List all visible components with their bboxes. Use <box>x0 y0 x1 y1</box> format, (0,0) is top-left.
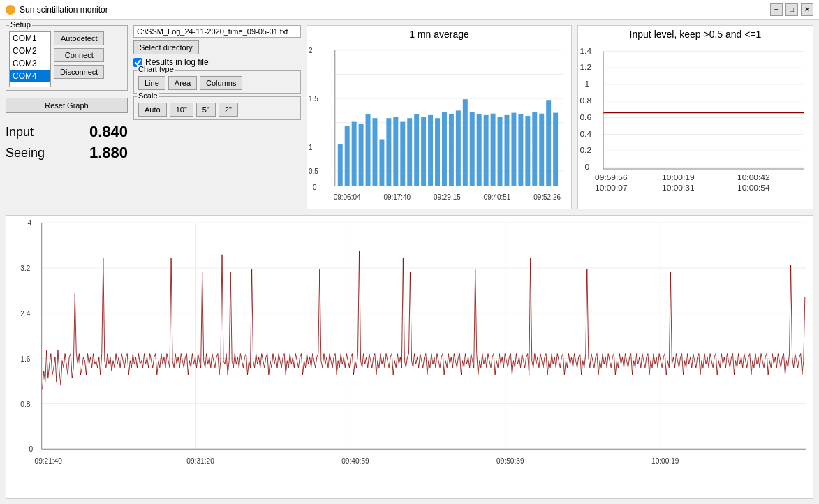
input-x6: 10:00:54 <box>737 184 770 192</box>
bar-25 <box>505 115 510 186</box>
scale-5-button[interactable]: 5" <box>196 103 216 117</box>
chart-area-button[interactable]: Area <box>168 76 197 90</box>
main-chart-svg: 4 3.2 2.4 1.6 0.8 0 09:21:40 09:31:20 09… <box>6 216 813 498</box>
input-label: Input <box>6 125 34 140</box>
scale-auto-button[interactable]: Auto <box>138 103 167 117</box>
main-signal <box>43 251 805 390</box>
window-title: Sun scintillation monitor <box>20 5 108 15</box>
avg-x2: 09:17:40 <box>383 193 411 201</box>
port-com1[interactable]: COM1 <box>10 32 50 45</box>
main-y2: 0.8 <box>20 401 30 408</box>
avg-y0: 0 <box>313 184 317 191</box>
avg-x1: 09:06:04 <box>334 193 361 201</box>
reset-graph-button[interactable]: Reset Graph <box>6 98 128 113</box>
avg-y1: 0.5 <box>309 168 318 175</box>
input-seeing-panel: Input 0.840 Seeing 1.880 <box>6 123 128 162</box>
chart-type-group: Chart type Line Area Columns <box>133 70 301 94</box>
bar-4 <box>359 124 364 186</box>
seeing-label: Seeing <box>6 146 45 161</box>
main-y4: 2.4 <box>20 310 30 318</box>
bar-28 <box>525 116 530 186</box>
main-x4: 09:50:39 <box>496 457 524 465</box>
bar-8 <box>386 118 391 186</box>
seeing-value: 1.880 <box>89 144 128 162</box>
bar-16 <box>442 112 447 186</box>
avg-x4: 09:40:51 <box>484 193 511 201</box>
main-y5: 3.2 <box>20 265 30 272</box>
input-y1: 0 <box>585 163 590 171</box>
bar-13 <box>421 117 426 186</box>
bar-30 <box>539 114 544 186</box>
main-x3: 09:40:59 <box>341 457 369 465</box>
bar-15 <box>435 118 440 186</box>
file-path: C:\SSM_Log_24-11-2020_time_09-05-01.txt <box>133 25 301 38</box>
chart-columns-button[interactable]: Columns <box>200 76 242 90</box>
input-value: 0.840 <box>89 123 128 141</box>
input-y6: 1 <box>585 80 590 88</box>
main-x1: 09:21:40 <box>35 457 63 465</box>
bar-1 <box>338 144 343 186</box>
bar-12 <box>414 114 419 186</box>
port-list[interactable]: COM1 COM2 COM3 COM4 <box>9 31 51 87</box>
input-y7: 1.2 <box>580 64 591 71</box>
input-chart-area: Input level, keep >0.5 and <=1 1.4 1.2 1… <box>577 25 813 209</box>
bar-23 <box>491 114 496 186</box>
main-y3: 1.6 <box>20 355 30 363</box>
bar-32 <box>553 113 558 186</box>
select-directory-button[interactable]: Select directory <box>133 40 199 54</box>
port-com3[interactable]: COM3 <box>10 57 50 70</box>
bar-17 <box>449 114 454 186</box>
bar-6 <box>373 118 378 186</box>
bar-10 <box>400 122 405 186</box>
main-y1: 0 <box>29 445 33 453</box>
bar-2 <box>345 126 350 186</box>
scale-10-button[interactable]: 10" <box>170 103 193 117</box>
minimize-button[interactable]: − <box>770 3 783 16</box>
avg-x3: 09:29:15 <box>434 193 461 201</box>
input-y5: 0.8 <box>580 97 591 105</box>
input-x3: 10:00:42 <box>737 173 770 181</box>
bar-20 <box>470 112 475 186</box>
bar-5 <box>366 114 371 186</box>
middle-panel: C:\SSM_Log_24-11-2020_time_09-05-01.txt … <box>133 25 301 209</box>
input-x1: 09:59:56 <box>595 173 628 181</box>
avg-chart-container: 2 1.5 1 0.5 0 <box>307 43 571 209</box>
port-com4[interactable]: COM4 <box>10 70 50 82</box>
close-button[interactable]: ✕ <box>801 3 813 16</box>
setup-group: Setup COM1 COM2 COM3 COM4 Autodetect Con… <box>6 25 128 91</box>
app-icon <box>6 5 15 15</box>
bar-19 <box>463 99 468 186</box>
bar-9 <box>393 117 398 186</box>
input-y8: 1.4 <box>580 47 591 54</box>
main-y6: 4 <box>27 219 31 227</box>
bar-7 <box>379 139 384 186</box>
autodetect-button[interactable]: Autodetect <box>54 31 104 45</box>
setup-label: Setup <box>9 20 32 29</box>
input-y2: 0.2 <box>580 147 591 154</box>
chart-line-button[interactable]: Line <box>138 76 165 90</box>
main-x5: 10:00:19 <box>651 457 679 465</box>
top-panel: Setup COM1 COM2 COM3 COM4 Autodetect Con… <box>0 20 819 215</box>
bar-24 <box>498 117 503 186</box>
port-com2[interactable]: COM2 <box>10 45 50 57</box>
avg-chart-svg: 2 1.5 1 0.5 0 <box>307 43 571 209</box>
bar-26 <box>511 113 516 186</box>
avg-y3: 1.5 <box>309 95 318 103</box>
connect-button[interactable]: Connect <box>54 48 104 62</box>
bar-21 <box>477 114 482 186</box>
title-bar: Sun scintillation monitor − □ ✕ <box>0 0 819 20</box>
input-x2: 10:00:19 <box>662 173 695 181</box>
avg-chart-title: 1 mn average <box>307 26 571 43</box>
avg-y2: 1 <box>309 143 313 151</box>
maximize-button[interactable]: □ <box>785 3 798 16</box>
main-content: Setup COM1 COM2 COM3 COM4 Autodetect Con… <box>0 20 819 504</box>
avg-y5: 2 <box>309 47 313 54</box>
main-x2: 09:31:20 <box>186 457 214 465</box>
input-y3: 0.4 <box>580 130 591 138</box>
left-panel: Setup COM1 COM2 COM3 COM4 Autodetect Con… <box>6 25 128 209</box>
scale-2-button[interactable]: 2" <box>219 103 238 117</box>
disconnect-button[interactable]: Disconnect <box>54 65 104 79</box>
bar-14 <box>428 115 433 186</box>
input-chart-svg: 1.4 1.2 1 0.8 0.6 0.4 0.2 0 09:59:56 10:… <box>578 43 813 209</box>
input-x4: 10:00:07 <box>595 184 628 192</box>
